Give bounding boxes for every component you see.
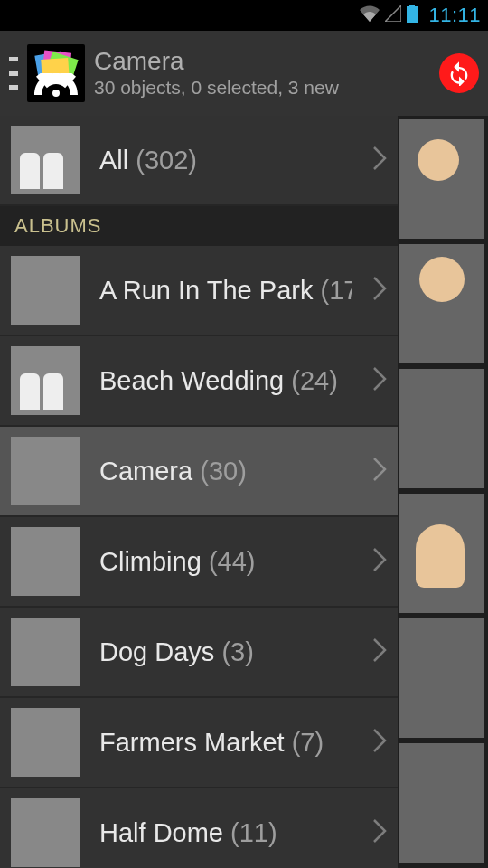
album-thumb (11, 126, 80, 194)
album-name: All (99, 146, 128, 175)
album-count: (24) (291, 366, 338, 395)
sync-icon (446, 61, 472, 86)
album-thumb (11, 527, 80, 596)
wifi-glyph-icon (34, 73, 78, 97)
content-area: All (302) ALBUMS A Run In The Park (17)B… (0, 116, 488, 868)
album-count: (17) (321, 276, 353, 305)
page-subtitle: 30 objects, 0 selected, 3 new (94, 77, 430, 99)
album-label: Climbing (44) (99, 547, 352, 577)
album-count: (3) (221, 637, 253, 666)
album-row[interactable]: Dog Days (3) (0, 608, 398, 698)
albums-section-header: ALBUMS (0, 206, 398, 246)
status-time: 11:11 (428, 4, 481, 27)
album-row[interactable]: Half Dome (11) (0, 788, 398, 868)
album-row[interactable]: Climbing (44) (0, 517, 398, 608)
album-thumb (11, 437, 80, 505)
battery-icon (407, 5, 418, 26)
chevron-right-icon (372, 547, 387, 576)
album-label: Dog Days (3) (99, 637, 352, 667)
app-screen: 11:11 Camera 30 objects, 0 selected, 3 n… (0, 0, 488, 868)
album-row[interactable]: A Run In The Park (17) (0, 246, 398, 336)
preview-thumb[interactable] (399, 494, 484, 613)
preview-thumb[interactable] (399, 119, 484, 239)
album-name: Half Dome (99, 818, 223, 847)
album-name: Farmers Market (99, 728, 285, 757)
albums-list[interactable]: All (302) ALBUMS A Run In The Park (17)B… (0, 116, 398, 868)
album-name: Dog Days (99, 637, 214, 666)
album-count: (7) (292, 728, 324, 757)
svg-rect-1 (407, 6, 418, 23)
album-count: (44) (209, 547, 256, 576)
app-icon[interactable] (27, 44, 85, 102)
album-thumb (11, 708, 80, 777)
album-label: Beach Wedding (24) (99, 366, 352, 396)
sync-button[interactable] (439, 53, 479, 93)
album-row[interactable]: Farmers Market (7) (0, 698, 398, 788)
album-name: Beach Wedding (99, 366, 284, 395)
action-bar: Camera 30 objects, 0 selected, 3 new (0, 31, 488, 116)
album-label: Half Dome (11) (99, 818, 352, 848)
chevron-right-icon (372, 728, 387, 757)
chevron-right-icon (372, 818, 387, 847)
album-name: A Run In The Park (99, 276, 313, 305)
svg-point-6 (52, 90, 60, 97)
album-name: Climbing (99, 547, 202, 576)
status-bar: 11:11 (0, 0, 488, 31)
chevron-right-icon (372, 637, 387, 666)
chevron-right-icon (372, 146, 387, 175)
album-thumb (11, 256, 80, 325)
preview-thumb[interactable] (399, 369, 484, 488)
album-thumb (11, 618, 80, 686)
album-label: A Run In The Park (17) (99, 276, 352, 306)
album-row[interactable]: Beach Wedding (24) (0, 336, 398, 427)
drawer-icon[interactable] (9, 57, 18, 90)
album-label: Farmers Market (7) (99, 728, 352, 758)
preview-strip[interactable] (398, 116, 488, 868)
album-thumb (11, 346, 80, 415)
wifi-icon (360, 5, 380, 25)
preview-thumb[interactable] (399, 743, 484, 863)
album-row-all[interactable]: All (302) (0, 116, 398, 206)
cell-icon (385, 5, 401, 25)
album-row[interactable]: Camera (30) (0, 427, 398, 517)
header-title-block: Camera 30 objects, 0 selected, 3 new (94, 48, 430, 98)
album-count: (302) (136, 146, 197, 175)
page-title: Camera (94, 48, 430, 74)
album-thumb (11, 798, 80, 867)
album-label: All (302) (99, 146, 352, 175)
album-count: (30) (200, 457, 247, 486)
chevron-right-icon (372, 276, 387, 305)
preview-thumb[interactable] (399, 244, 484, 363)
album-name: Camera (99, 457, 192, 486)
album-count: (11) (230, 818, 277, 847)
chevron-right-icon (372, 457, 387, 486)
chevron-right-icon (372, 366, 387, 395)
svg-rect-0 (409, 5, 415, 6)
album-label: Camera (30) (99, 457, 352, 486)
preview-thumb[interactable] (399, 618, 484, 738)
